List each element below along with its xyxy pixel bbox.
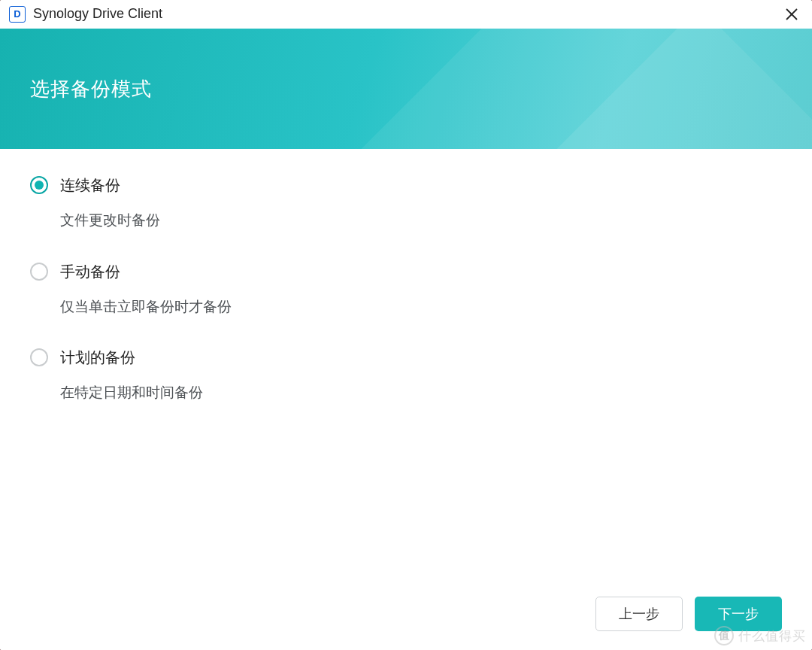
next-button[interactable]: 下一步 xyxy=(695,597,782,631)
radio-unselected-icon xyxy=(30,263,48,281)
option-scheduled-backup[interactable]: 计划的备份 在特定日期和时间备份 xyxy=(30,347,782,403)
option-manual-backup[interactable]: 手动备份 仅当单击立即备份时才备份 xyxy=(30,261,782,317)
option-label: 计划的备份 xyxy=(60,347,203,368)
close-button[interactable] xyxy=(779,2,804,27)
option-description: 文件更改时备份 xyxy=(60,211,160,231)
option-continuous-backup[interactable]: 连续备份 文件更改时备份 xyxy=(30,175,782,231)
app-icon: D xyxy=(9,6,26,23)
option-description: 在特定日期和时间备份 xyxy=(60,383,203,403)
content-area: 连续备份 文件更改时备份 手动备份 仅当单击立即备份时才备份 计划的备份 在特定… xyxy=(0,149,812,578)
option-description: 仅当单击立即备份时才备份 xyxy=(60,297,232,317)
footer: 上一步 下一步 xyxy=(0,578,812,650)
option-label: 连续备份 xyxy=(60,175,160,196)
radio-selected-icon xyxy=(30,176,48,194)
window-title: Synology Drive Client xyxy=(33,6,162,22)
banner: 选择备份模式 xyxy=(0,29,812,149)
radio-unselected-icon xyxy=(30,348,48,366)
titlebar: D Synology Drive Client xyxy=(0,0,812,29)
app-window: D Synology Drive Client 选择备份模式 连续备份 文件更改… xyxy=(0,0,812,650)
option-label: 手动备份 xyxy=(60,261,232,282)
back-button[interactable]: 上一步 xyxy=(595,597,683,631)
page-heading: 选择备份模式 xyxy=(30,76,152,102)
close-icon xyxy=(785,8,798,21)
